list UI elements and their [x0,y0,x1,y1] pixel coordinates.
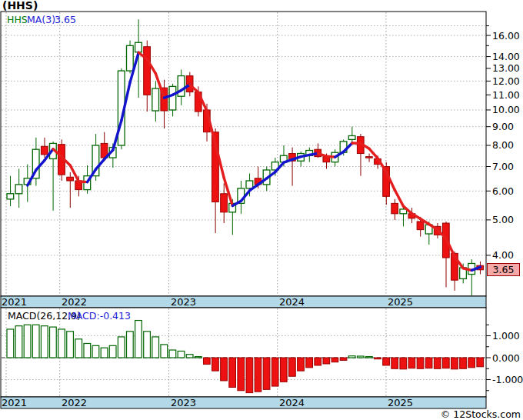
price-axis-label: 7.00 [492,161,514,172]
macd-bar-positive [50,327,57,358]
macd-bar-positive [7,329,14,358]
price-axis-label: 10.00 [492,104,520,115]
price-axis-label: 8.00 [492,139,514,151]
candle-down [144,47,151,95]
macd-axis-label: 1.000 [492,330,520,342]
price-axis-label: 4.00 [492,249,514,261]
macd-bar-positive [84,343,91,358]
year-label-top: 2024 [279,296,305,308]
macd-bar-negative [212,358,219,371]
stock-chart-svg: 2021202120222022202320232024202420252025… [0,0,523,420]
macd-bar-positive [186,355,193,358]
macd-bar-negative [425,358,432,368]
macd-bar-negative [391,358,398,368]
legend-ma-value: 3.65 [55,14,76,25]
macd-bar-positive [348,356,355,358]
macd-bar-negative [468,358,475,368]
macd-bar-negative [306,358,313,368]
macd-bar-positive [32,325,39,358]
candle-down [417,222,424,230]
candle-up [178,76,185,97]
price-axis-label: 14.00 [492,51,520,62]
year-label-bottom: 2021 [2,397,27,408]
price-axis-label: 16.00 [492,30,520,42]
macd-bar-negative [263,358,270,389]
macd-bar-positive [75,339,82,358]
macd-bar-negative [221,358,228,381]
macd-bar-positive [101,348,108,358]
macd-bar-positive [41,326,48,358]
candle-down [41,146,48,155]
price-axis-label: 9.00 [492,121,514,132]
candle-up [152,88,159,111]
year-label-bottom: 2024 [279,397,305,408]
price-axis-label: 12.00 [492,75,520,87]
macd-bar-positive [67,332,74,358]
macd-bar-negative [408,358,415,368]
price-axis-label: 5.00 [492,214,514,225]
macd-bar-positive [195,357,202,358]
macd-bar-positive [169,350,176,358]
candle-up [127,45,134,71]
year-label-top: 2022 [62,296,87,308]
macd-bar-positive [15,326,22,358]
macd-bar-negative [315,358,321,365]
macd-bar-positive [161,345,168,358]
macd-bar-positive [58,329,65,358]
candle-down [221,194,228,212]
candle-down [366,157,373,158]
chart-window: 2021202120222022202320232024202420252025… [0,0,523,420]
candle-up [15,185,22,194]
legend-ma-label: MA(3) [27,14,55,25]
macd-bar-negative [451,358,458,369]
price-axis-label: 6.00 [492,185,514,197]
macd-bar-positive [357,356,364,358]
macd-bar-negative [246,358,253,393]
macd-bar-negative [331,358,338,362]
price-axis-label: 11.00 [492,89,520,101]
candle-up [135,42,142,52]
macd-bar-negative [477,358,484,367]
year-label-bottom: 2022 [62,397,87,408]
year-label-top: 2025 [388,296,413,308]
macd-bar-negative [375,358,381,359]
year-label-top: 2021 [2,296,27,308]
year-label-bottom: 2023 [171,397,196,408]
last-price-badge: 3.65 [487,263,520,276]
macd-bar-negative [383,358,390,365]
year-label-bottom: 2025 [388,397,413,408]
legend-symbol: HHS [7,14,28,25]
macd-bar-positive [144,332,151,358]
macd-bar-negative [203,358,210,365]
macd-bar-negative [434,358,441,368]
macd-bar-negative [460,358,467,368]
macd-bar-negative [271,358,278,386]
macd-bar-negative [298,358,305,371]
year-label-top: 2023 [171,296,196,308]
candle-up [246,181,253,188]
macd-bar-positive [366,357,373,358]
macd-bar-negative [289,358,296,376]
macd-indicator-value: MACD:-0.413 [68,310,131,322]
macd-bar-negative [323,358,330,364]
macd-axis-label: 0.000 [492,352,520,364]
macd-bar-negative [417,358,424,368]
macd-bar-negative [255,358,262,392]
macd-bar-positive [118,337,125,358]
macd-bar-positive [152,337,159,358]
macd-axis-label: -1.000 [492,374,523,385]
price-panel-border [1,12,486,296]
copyright-watermark: © 12Stocks.com [441,408,521,420]
candle-down [391,203,398,213]
price-axis-label: 13.00 [492,62,520,74]
macd-bar-positive [109,345,116,358]
macd-bar-positive [127,332,134,358]
macd-bar-negative [229,358,236,387]
candle-up [169,86,176,110]
macd-bar-negative [280,358,287,382]
macd-bar-positive [92,345,99,358]
macd-bar-negative [442,358,449,368]
macd-bar-positive [24,325,31,358]
macd-bar-negative [400,358,407,369]
candle-down [67,177,74,181]
